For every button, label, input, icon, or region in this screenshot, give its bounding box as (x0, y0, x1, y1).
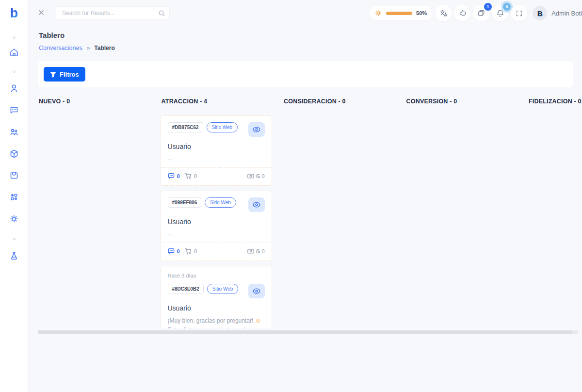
smiley-emoji: ☺ (255, 317, 261, 324)
scrollbar-thumb[interactable] (38, 330, 573, 334)
sidebar: b (0, 0, 28, 392)
sidebar-section-dot (0, 64, 28, 79)
translate-icon (439, 9, 448, 17)
breadcrumb-current: Tablero (94, 45, 114, 51)
view-button[interactable] (248, 284, 265, 298)
breadcrumb-link-conversaciones[interactable]: Conversaciones (39, 45, 82, 51)
gear-icon (9, 214, 19, 224)
filters-button[interactable]: Filtros (44, 67, 85, 82)
home-icon (9, 48, 19, 57)
team-icon (9, 127, 19, 137)
column-header: ATRACCION - 4 (161, 98, 283, 105)
packages-badge: 1 (484, 3, 492, 11)
kanban-board: NUEVO - 0 ATRACCION - 4 #DB975C62 Sitio … (38, 98, 582, 328)
view-button[interactable] (248, 122, 265, 137)
close-icon[interactable]: ✕ (36, 8, 47, 18)
brand-logo-letter: b (10, 6, 18, 21)
card-stats: 0 0 ₲ 0 (168, 248, 265, 254)
card-channel-chip: Sitio Web (207, 284, 239, 294)
column-atraccion: ATRACCION - 4 #DB975C62 Sitio Web Usuari… (161, 98, 283, 328)
conversation-card[interactable]: Hace 3 días #8DC8E0B2 Sitio Web Usuario … (161, 266, 272, 328)
messages-count: 0 (177, 173, 180, 179)
fullscreen-button[interactable] (511, 5, 527, 21)
bag-icon (9, 170, 19, 180)
setup-progress[interactable]: 50% (370, 6, 433, 20)
avatar-letter: B (537, 9, 543, 17)
sidebar-item-conversations[interactable] (0, 103, 28, 117)
app-screen: b (0, 0, 582, 392)
card-channel-chip: Sitio Web (207, 122, 238, 132)
notifications-button[interactable]: 0 (492, 5, 508, 21)
topbar: ✕ 50% 1 0 (28, 0, 582, 26)
avatar[interactable]: B (533, 6, 547, 20)
card-title: Usuario (168, 218, 265, 226)
sidebar-item-labs[interactable] (0, 248, 28, 263)
card-snippet: ... (168, 155, 265, 162)
sidebar-section-dot (0, 231, 28, 246)
progress-bar (386, 12, 412, 15)
cube-icon (9, 149, 19, 159)
eye-icon (253, 126, 260, 133)
breadcrumb-separator: » (87, 45, 90, 51)
column-nuevo: NUEVO - 0 (38, 98, 161, 328)
sidebar-item-team[interactable] (0, 125, 28, 139)
progress-label: 50% (416, 10, 427, 16)
card-id-chip: #8DC8E0B2 (168, 284, 204, 294)
chat-icon (9, 105, 19, 115)
column-consideracion: CONSIDERACION - 0 (283, 98, 405, 328)
brand-logo[interactable]: b (0, 4, 28, 22)
cart-count: 0 (194, 173, 197, 179)
search-box (56, 6, 170, 20)
search-icon[interactable] (158, 10, 165, 17)
card-stats: 0 0 ₲ 0 (168, 173, 265, 179)
apps-icon (9, 192, 19, 202)
language-button[interactable] (435, 5, 452, 21)
topbar-actions: 50% 1 0 B Admin Boti (370, 4, 582, 22)
conversation-card[interactable]: #099EF806 Sitio Web Usuario ... 0 0 (161, 191, 272, 261)
money-icon (247, 173, 254, 179)
filters-button-label: Filtros (60, 71, 79, 78)
card-time-ago: Hace 3 días (168, 273, 265, 278)
packages-button[interactable]: 1 (473, 5, 489, 21)
sidebar-item-home[interactable] (0, 45, 28, 60)
user-name[interactable]: Admin Boti (551, 10, 582, 17)
hand-icon (458, 9, 467, 17)
filter-icon (50, 71, 56, 78)
message-text: Estoy listo para ayudarte con lo que nec… (168, 327, 260, 328)
flask-icon (9, 251, 19, 261)
fullscreen-icon (516, 10, 523, 17)
search-input[interactable] (62, 10, 158, 16)
card-divider (161, 243, 272, 243)
column-cards: #DB975C62 Sitio Web Usuario ... 0 0 (161, 115, 283, 328)
gear-icon (374, 9, 382, 17)
card-id-chip: #DB975C62 (168, 122, 203, 132)
card-id-chip: #099EF806 (168, 197, 202, 208)
cart-icon (185, 173, 192, 179)
column-header: CONVERSION - 0 (405, 98, 528, 105)
sidebar-item-products[interactable] (0, 147, 28, 161)
packages-icon (477, 9, 485, 17)
sidebar-item-orders[interactable] (0, 168, 28, 182)
card-message: ¡Muy bien, gracias por preguntar! ☺ Esto… (168, 316, 265, 328)
page-title: Tablero (39, 31, 65, 39)
board-horizontal-scrollbar[interactable] (38, 330, 578, 334)
view-button[interactable] (248, 197, 265, 212)
sidebar-item-apps[interactable] (0, 190, 28, 204)
sidebar-item-contacts[interactable] (0, 81, 28, 96)
column-fidelizacion: FIDELIZACION - 0 (528, 98, 582, 328)
conversation-card[interactable]: #DB975C62 Sitio Web Usuario ... 0 0 (161, 115, 272, 186)
messages-icon (168, 173, 175, 179)
card-snippet: ... (168, 230, 265, 237)
amount-value: ₲ 0 (256, 173, 265, 179)
column-header: FIDELIZACION - 0 (528, 98, 582, 105)
filter-panel: Filtros (38, 61, 573, 87)
breadcrumb: Conversaciones » Tablero (39, 45, 115, 51)
notifications-badge: 0 (503, 3, 511, 11)
column-header: NUEVO - 0 (38, 98, 161, 105)
sidebar-item-settings[interactable] (0, 212, 28, 226)
bell-icon (496, 9, 504, 17)
feedback-button[interactable] (454, 5, 470, 21)
messages-count: 0 (177, 248, 180, 254)
card-divider (161, 167, 272, 168)
column-conversion: CONVERSION - 0 (405, 98, 528, 328)
